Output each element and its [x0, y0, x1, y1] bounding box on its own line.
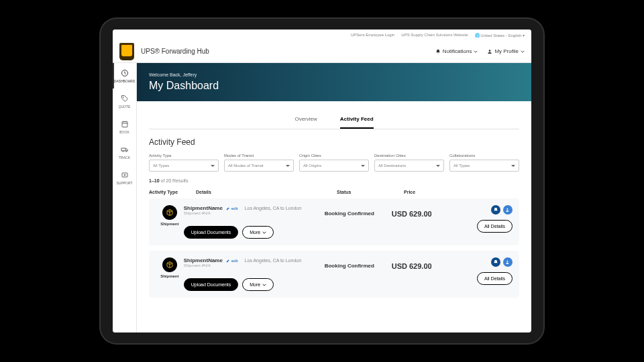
filter-destination-cities[interactable]: All Destinations	[374, 160, 444, 172]
brand-title: UPS® Forwarding Hub	[141, 48, 209, 55]
tab-activity-feed[interactable]: Activity Feed	[340, 111, 374, 129]
results-count: 1–10 of 20 Results	[149, 178, 519, 183]
tag-icon	[120, 94, 129, 103]
filter-label: Origin Cities	[299, 154, 369, 158]
user-plus-icon	[505, 259, 511, 265]
sidebar-item-label: BOOK	[119, 130, 129, 134]
calendar-icon	[120, 119, 129, 129]
sidebar-item-label: TRACK	[119, 156, 130, 160]
type-label: Shipment	[160, 274, 178, 278]
edit-link[interactable]: edit	[226, 259, 238, 263]
filter-label: Collaborations	[449, 154, 519, 158]
shipment-id: Shipment #N/A	[184, 211, 325, 215]
shipment-name: ShipmentName	[184, 205, 223, 211]
sidebar-item-dashboard[interactable]: DASHBOARD	[113, 63, 136, 88]
svg-rect-3	[122, 122, 127, 127]
user-plus-icon	[505, 207, 511, 213]
support-icon	[120, 170, 129, 180]
type-label: Shipment	[160, 222, 178, 226]
dashboard-icon	[120, 68, 129, 78]
upload-documents-button[interactable]: Upload Documents	[184, 226, 239, 239]
filters: Activity Type All Types Modes of Transit…	[149, 154, 519, 172]
chevron-down-icon	[521, 50, 525, 54]
price-text: USD 629.00	[392, 210, 452, 218]
pencil-icon	[226, 206, 230, 210]
profile-menu[interactable]: My Profile	[487, 48, 525, 54]
collaborator-badge[interactable]	[503, 205, 513, 215]
content-area: Welcome Back, Jeffery My Dashboard Overv…	[137, 63, 531, 333]
col-header-price: Price	[404, 190, 458, 194]
locale-selector[interactable]: 🌐 United States - English ▾	[475, 33, 525, 38]
edit-link[interactable]: edit	[226, 206, 238, 210]
shipment-icon	[162, 257, 177, 272]
chevron-down-icon	[474, 50, 478, 54]
sidebar-item-support[interactable]: SUPPORT	[113, 165, 136, 190]
status-text: Booking Confirmed	[325, 263, 392, 269]
bell-icon	[493, 259, 498, 265]
activity-card: ShipmentShipmentNameeditLos Angeles, CA …	[149, 198, 519, 245]
sidebar-item-label: DASHBOARD	[114, 79, 136, 83]
activity-section: Activity Feed Activity Type All Types Mo…	[137, 129, 531, 311]
chevron-down-icon	[262, 231, 266, 235]
sidebar-item-quote[interactable]: QUOTE	[113, 88, 136, 114]
status-text: Booking Confirmed	[325, 210, 392, 217]
sidebar-item-label: SUPPORT	[116, 181, 132, 185]
tab-overview[interactable]: Overview	[294, 111, 317, 129]
sidebar: DASHBOARD QUOTE BOOK TRACK SUPPORT	[113, 63, 137, 333]
ups-logo	[119, 43, 134, 60]
filter-origin-cities[interactable]: All Origins	[299, 160, 369, 172]
col-header-details: Details	[196, 190, 337, 194]
all-details-button[interactable]: All Details	[477, 220, 513, 233]
price-text: USD 629.00	[392, 262, 452, 270]
collaborator-badge[interactable]	[503, 257, 513, 267]
svg-point-2	[123, 97, 123, 98]
notification-badge[interactable]	[491, 257, 500, 267]
bell-icon	[435, 49, 441, 54]
section-title: Activity Feed	[149, 137, 519, 147]
col-header-type: Activity Type	[149, 190, 196, 194]
activity-card: ShipmentShipmentNameeditLos Angeles, CA …	[149, 251, 519, 298]
svg-rect-7	[122, 173, 127, 177]
more-button[interactable]: More	[242, 278, 274, 291]
sidebar-item-book[interactable]: BOOK	[113, 114, 136, 139]
truck-icon	[120, 145, 129, 154]
svg-point-10	[506, 261, 508, 262]
screen: UPSers Employee Login UPS Supply Chain S…	[113, 29, 531, 333]
route-text: Los Angeles, CA to London	[245, 206, 301, 210]
tabs: Overview Activity Feed	[149, 111, 519, 129]
filter-label: Modes of Transit	[224, 154, 294, 158]
shipment-id: Shipment #N/A	[184, 263, 325, 267]
user-icon	[487, 49, 492, 54]
svg-point-9	[506, 208, 508, 210]
filter-label: Activity Type	[149, 154, 219, 158]
shipment-icon	[162, 205, 177, 220]
all-details-button[interactable]: All Details	[477, 272, 513, 285]
table-header: Activity Type Details Status Price	[149, 187, 519, 198]
scs-website-link[interactable]: UPS Supply Chain Solutions Website	[401, 33, 468, 37]
top-utility-bar: UPSers Employee Login UPS Supply Chain S…	[113, 29, 531, 40]
upload-documents-button[interactable]: Upload Documents	[184, 278, 239, 291]
sidebar-item-label: QUOTE	[119, 105, 131, 109]
route-text: Los Angeles, CA to London	[245, 258, 301, 263]
page-title: My Dashboard	[149, 80, 519, 92]
chevron-down-icon	[262, 283, 266, 287]
filter-collaborations[interactable]: All Types	[449, 160, 519, 172]
filter-label: Destination Cities	[374, 154, 444, 158]
more-button[interactable]: More	[242, 226, 274, 239]
welcome-text: Welcome Back, Jeffery	[149, 72, 519, 77]
shipment-name: ShipmentName	[184, 257, 223, 263]
dashboard-banner: Welcome Back, Jeffery My Dashboard	[137, 63, 531, 101]
svg-point-0	[489, 50, 491, 52]
filter-modes-transit[interactable]: All Modes of Transit	[224, 160, 294, 172]
svg-point-8	[124, 174, 125, 176]
sidebar-item-track[interactable]: TRACK	[113, 139, 136, 165]
notifications-menu[interactable]: Notifications	[435, 48, 478, 54]
filter-activity-type[interactable]: All Types	[149, 160, 219, 172]
main-header: UPS® Forwarding Hub Notifications My Pro…	[113, 40, 531, 63]
col-header-status: Status	[337, 190, 404, 194]
notification-badge[interactable]	[491, 205, 500, 215]
tablet-frame: UPSers Employee Login UPS Supply Chain S…	[101, 19, 543, 343]
pencil-icon	[226, 259, 230, 263]
bell-icon	[493, 207, 498, 213]
employee-login-link[interactable]: UPSers Employee Login	[351, 33, 394, 37]
